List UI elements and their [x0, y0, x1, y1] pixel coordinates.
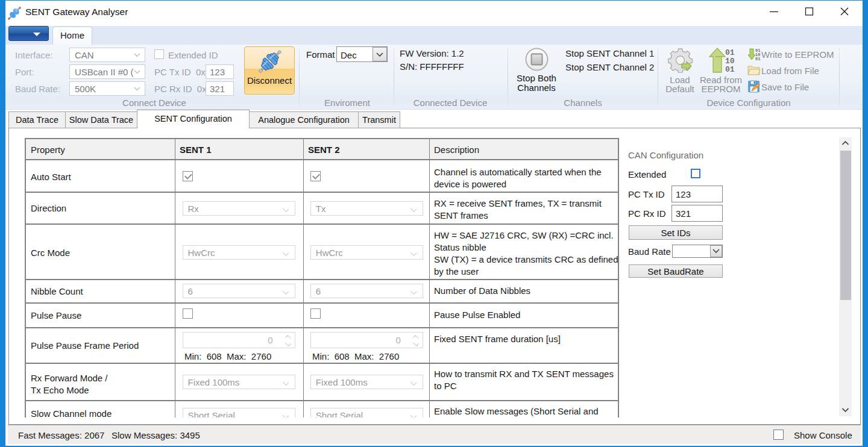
svg-text:01: 01 — [755, 57, 760, 61]
svg-text:01: 01 — [725, 48, 735, 57]
svg-text:10: 10 — [725, 57, 735, 66]
svg-text:01: 01 — [725, 65, 735, 73]
